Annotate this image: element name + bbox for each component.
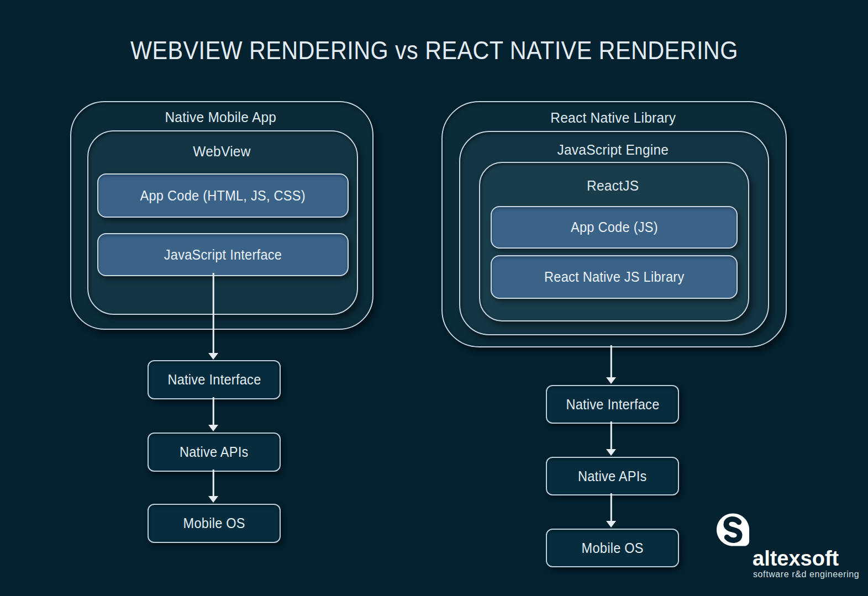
arrow-head-icon [606, 521, 616, 528]
right-connector-arrow-1 [606, 345, 617, 384]
arrow-shaft [611, 493, 612, 523]
javascript-interface-box: JavaScript Interface [97, 233, 349, 276]
app-code-js-box: App Code (JS) [491, 206, 738, 249]
arrow-head-icon [208, 425, 218, 431]
arrow-head-icon [606, 377, 616, 384]
altexsoft-logo-tagline: software r&d engineering [753, 569, 859, 579]
right-mobile-os-box: Mobile OS [546, 529, 679, 567]
native-mobile-app-label: Native Mobile App [70, 109, 371, 126]
react-native-js-library-box: React Native JS Library [491, 255, 738, 299]
arrow-shaft [213, 273, 214, 355]
react-native-library-label: React Native Library [441, 109, 785, 126]
right-connector-arrow-3 [606, 493, 617, 528]
reactjs-label: ReactJS [479, 177, 747, 194]
arrow-shaft [611, 421, 612, 451]
left-mobile-os-box: Mobile OS [148, 504, 281, 543]
left-connector-arrow-1 [208, 273, 219, 360]
left-native-interface-box: Native Interface [148, 360, 281, 399]
webview-label: WebView [87, 143, 356, 160]
javascript-engine-label: JavaScript Engine [459, 141, 767, 159]
page-title: WEBVIEW RENDERING vs REACT NATIVE RENDER… [0, 34, 868, 66]
arrow-head-icon [208, 496, 218, 503]
right-native-interface-box: Native Interface [546, 385, 679, 424]
infographic-canvas: WEBVIEW RENDERING vs REACT NATIVE RENDER… [0, 0, 868, 596]
arrow-shaft [213, 470, 214, 498]
page-title-text: WEBVIEW RENDERING vs REACT NATIVE RENDER… [130, 34, 738, 66]
left-connector-arrow-2 [208, 397, 219, 431]
left-connector-arrow-3 [208, 470, 219, 503]
altexsoft-logo-name: altexsoft [753, 547, 839, 571]
left-native-apis-box: Native APIs [148, 433, 281, 472]
app-code-html-js-css-box: App Code (HTML, JS, CSS) [97, 173, 349, 218]
arrow-head-icon [208, 353, 218, 360]
right-native-apis-box: Native APIs [546, 457, 679, 495]
arrow-shaft [213, 397, 214, 426]
arrow-shaft [611, 345, 612, 379]
right-connector-arrow-2 [606, 421, 617, 456]
arrow-head-icon [606, 449, 616, 456]
altexsoft-logo-icon [716, 511, 750, 548]
